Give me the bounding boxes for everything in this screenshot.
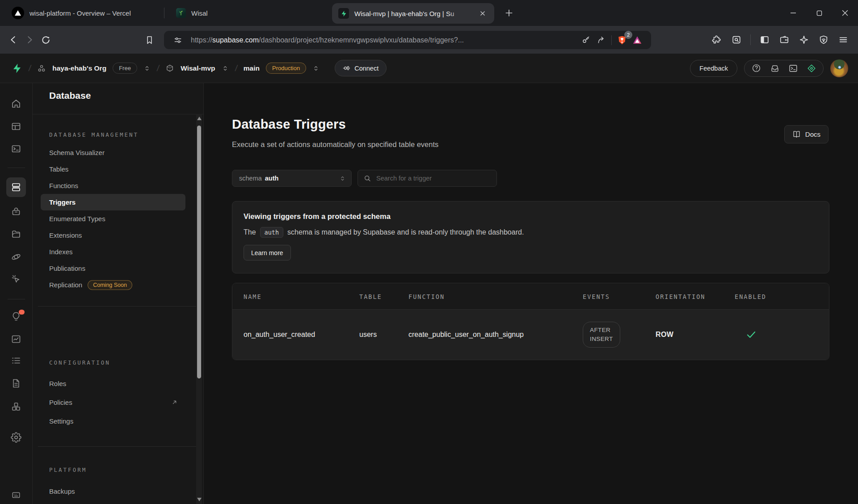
settings-icon[interactable] [6,428,26,447]
home-icon[interactable] [6,94,26,113]
sidebar-item-enumerated-types[interactable]: Enumerated Types [41,210,185,227]
realtime-icon[interactable] [6,269,26,289]
breadcrumb-separator: / [156,63,160,73]
password-key-icon[interactable] [578,33,593,48]
scrollbar-down-arrow[interactable] [197,498,202,501]
status-diamond-icon[interactable] [802,60,820,76]
tab-active-supabase[interactable]: Wisal-mvp | haya-ehab's Org | Su [332,3,494,24]
integrations-icon[interactable] [6,397,26,416]
leo-ai-icon[interactable] [795,32,812,48]
logs-icon[interactable] [6,351,26,370]
sidebar-item-policies[interactable]: Policies [41,394,185,411]
search-tab-icon[interactable] [728,32,745,48]
supabase-logo-icon[interactable] [12,63,22,74]
notice-title: Viewing triggers from a protected schema [244,212,818,221]
column-header-name: NAME [244,283,262,310]
brave-shield-icon[interactable]: 2 [614,33,630,48]
storage-icon[interactable] [6,224,26,244]
sidebar-item-label: Triggers [49,198,76,206]
cell-enabled [735,310,757,360]
toolbar-divider [750,34,751,45]
table-row[interactable]: on_auth_user_created users create_public… [232,310,829,360]
org-switcher-icon[interactable] [143,65,151,72]
docs-button[interactable]: Docs [784,125,829,143]
address-divider [611,35,612,45]
forward-button[interactable] [21,32,38,48]
search-input[interactable] [376,175,491,182]
tab-close-button[interactable] [477,8,488,19]
help-icon[interactable] [747,60,765,76]
address-bar[interactable]: https://supabase.com/dashboard/project/h… [164,31,651,49]
sidebar-item-extensions[interactable]: Extensions [41,227,185,244]
sidebar-item-publications[interactable]: Publications [41,260,185,277]
edge-functions-icon[interactable] [6,247,26,267]
sidebar-item-backups[interactable]: Backups [41,483,185,500]
sidebar-toggle-icon[interactable] [756,32,773,48]
url-text: https://supabase.com/dashboard/project/h… [191,36,578,44]
sidebar-item-label: Functions [49,182,78,189]
reload-button[interactable] [38,32,54,48]
menu-hamburger-icon[interactable] [835,32,852,48]
auth-icon[interactable] [6,202,26,221]
wallet-icon[interactable] [776,32,793,48]
site-settings-icon[interactable] [170,33,185,48]
table-editor-icon[interactable] [6,117,26,136]
sidebar-divider [33,114,204,114]
bookmark-icon[interactable] [141,32,157,48]
maximize-button[interactable] [806,0,832,26]
api-docs-icon[interactable] [6,374,26,393]
vpn-shield-icon[interactable] [815,32,832,48]
database-icon[interactable] [6,177,26,197]
sidebar-scrollbar[interactable] [196,114,202,504]
sidebar-item-roles[interactable]: Roles [41,375,185,392]
share-icon[interactable] [593,33,609,48]
schema-select[interactable]: schema auth [232,170,352,187]
command-panel-icon[interactable] [6,485,26,504]
reports-icon[interactable] [6,329,26,349]
close-button[interactable] [832,0,858,26]
sidebar-item-functions[interactable]: Functions [41,177,185,194]
project-switcher-icon[interactable] [222,65,229,72]
toolbar-right-icons [708,32,852,48]
inbox-icon[interactable] [765,60,784,76]
search-icon [363,174,371,182]
cell-table: users [359,310,377,360]
header-icon-group [744,60,824,77]
new-tab-button[interactable] [502,6,516,20]
column-header-enabled: ENABLED [735,283,766,310]
project-name[interactable]: Wisal-mvp [181,64,215,72]
org-name[interactable]: haya-ehab's Org [52,64,106,72]
select-chevrons-icon [339,175,346,182]
learn-more-button[interactable]: Learn more [244,245,291,260]
minimize-button[interactable] [780,0,806,26]
tab-wisal[interactable]: Wisal [176,0,208,26]
advisors-icon[interactable] [6,307,26,326]
branch-switcher-icon[interactable] [312,65,320,72]
sidebar-item-schema-visualizer[interactable]: Schema Visualizer [41,144,185,161]
sidebar-item-settings[interactable]: Settings [41,413,185,429]
docs-label: Docs [805,130,820,138]
section-label-platform: PLATFORM [49,466,87,473]
events-badge: AFTER INSERT [583,322,620,348]
connect-button[interactable]: Connect [335,60,387,76]
icon-rail [0,83,33,504]
scrollbar-up-arrow[interactable] [197,117,202,120]
feedback-button[interactable]: Feedback [690,60,737,77]
trigger-search[interactable] [358,170,497,187]
back-button[interactable] [5,32,21,48]
terminal-icon[interactable] [784,60,802,76]
sidebar-item-tables[interactable]: Tables [41,161,185,177]
scrollbar-thumb[interactable] [197,126,201,378]
sql-editor-icon[interactable] [6,139,26,159]
sidebar-item-replication[interactable]: Replication Coming Soon [41,277,185,293]
sidebar-item-triggers[interactable]: Triggers [41,194,185,210]
event-line: INSERT [590,335,613,344]
branch-name[interactable]: main [244,64,260,72]
vercel-favicon [12,7,24,19]
column-header-table: TABLE [359,283,382,310]
tab-title: Wisal [191,9,208,17]
extensions-icon[interactable] [708,32,725,48]
user-avatar[interactable] [830,59,848,77]
tab-vercel[interactable]: wisal-platform - Overview – Vercel [12,0,131,26]
sidebar-item-indexes[interactable]: Indexes [41,244,185,260]
